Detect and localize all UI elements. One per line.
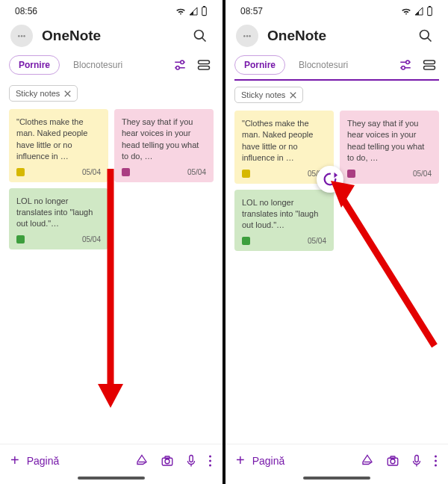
pen-icon[interactable] [361, 454, 374, 468]
mic-icon[interactable] [411, 454, 422, 468]
note-type-icon [16, 235, 25, 243]
note-type-icon [16, 168, 25, 176]
tab-blocnotesuri[interactable]: Blocnotesuri [290, 56, 357, 74]
svg-rect-22 [429, 6, 431, 7]
view-icon[interactable] [197, 59, 211, 71]
annotation-arrow-diag [326, 178, 438, 350]
filter-icon[interactable] [399, 59, 412, 71]
filter-chip-sticky-notes[interactable]: Sticky notes [9, 85, 78, 102]
note-date: 05/04 [308, 236, 326, 246]
note-text: "Clothes make the man. Naked people have… [242, 118, 326, 164]
svg-point-41 [435, 459, 437, 462]
status-time: 08:56 [15, 6, 37, 16]
svg-point-42 [435, 464, 437, 466]
filter-icon[interactable] [173, 59, 187, 71]
status-icons [175, 6, 208, 16]
status-time: 08:57 [240, 6, 263, 16]
nav-handle[interactable] [303, 477, 370, 480]
battery-icon [201, 6, 208, 16]
svg-rect-21 [428, 7, 432, 15]
sticky-note[interactable]: LOL no longer translates into "laugh out… [9, 188, 108, 249]
sticky-note[interactable]: They say that if you hear voices in your… [114, 109, 214, 182]
svg-point-6 [181, 60, 184, 64]
add-page-button[interactable]: + [236, 452, 245, 469]
tabs-row: Pornire Blocnotesuri [225, 54, 448, 79]
svg-rect-39 [415, 455, 419, 462]
bottom-bar: + Pagină [0, 444, 223, 477]
svg-point-23 [420, 31, 429, 40]
tab-pornire[interactable]: Pornire [9, 55, 60, 75]
tab-blocnotesuri[interactable]: Blocnotesuri [64, 56, 131, 74]
svg-rect-30 [424, 66, 435, 70]
svg-marker-35 [331, 181, 355, 208]
svg-rect-0 [202, 7, 207, 15]
sticky-note[interactable]: "Clothes make the man. Naked people have… [9, 109, 108, 182]
note-text: They say that if you hear voices in your… [347, 118, 432, 164]
pen-icon[interactable] [135, 454, 149, 468]
app-header: ●●● OneNote [225, 21, 448, 54]
search-button[interactable] [414, 24, 438, 48]
note-text: They say that if you hear voices in your… [122, 117, 206, 163]
note-date: 05/04 [187, 167, 206, 178]
nav-handle[interactable] [78, 477, 145, 480]
camera-icon[interactable] [386, 454, 399, 468]
bottom-bar: + Pagină [225, 444, 448, 477]
close-icon[interactable] [290, 92, 296, 99]
view-icon[interactable] [423, 59, 436, 71]
svg-rect-1 [203, 6, 205, 7]
close-icon[interactable] [64, 90, 71, 97]
svg-point-18 [209, 455, 211, 457]
search-icon [193, 28, 208, 43]
app-header: ●●● OneNote [0, 21, 223, 54]
filter-chip-sticky-notes[interactable]: Sticky notes [234, 87, 303, 103]
tabs-row: Pornire Blocnotesuri [0, 54, 223, 79]
svg-point-19 [209, 459, 211, 462]
app-title: OneNote [267, 28, 405, 44]
add-page-label[interactable]: Pagină [252, 455, 353, 467]
svg-rect-29 [424, 60, 435, 64]
left-pane: 08:56 ●●● OneNote Pornire Blocnotesuri [0, 0, 223, 484]
chip-label: Sticky notes [16, 89, 60, 98]
svg-line-3 [202, 38, 206, 42]
tab-pornire[interactable]: Pornire [234, 55, 285, 75]
note-text: "Clothes make the man. Naked people have… [16, 117, 101, 163]
content-area: Sticky notes "Clothes make the man. Nake… [225, 81, 448, 444]
svg-rect-9 [199, 66, 210, 70]
wifi-icon [175, 7, 186, 16]
status-bar: 08:56 [0, 0, 223, 21]
add-page-button[interactable]: + [10, 452, 19, 469]
signal-icon [189, 7, 198, 16]
right-pane: 08:57 ●●● OneNote Pornire Blocnotesuri [225, 0, 448, 484]
svg-point-20 [209, 464, 211, 466]
svg-rect-38 [391, 456, 395, 459]
more-icon[interactable] [208, 454, 212, 468]
status-bar: 08:57 [225, 0, 448, 21]
svg-marker-13 [98, 384, 123, 408]
note-type-icon [242, 170, 250, 178]
chip-label: Sticky notes [241, 90, 285, 99]
note-text: LOL no longer translates into "laugh out… [16, 196, 101, 230]
mic-icon[interactable] [186, 454, 196, 468]
sticky-note[interactable]: They say that if you hear voices in your… [340, 111, 439, 184]
camera-icon[interactable] [161, 454, 174, 468]
avatar[interactable]: ●●● [236, 25, 258, 47]
svg-line-34 [341, 196, 435, 346]
svg-point-15 [165, 459, 169, 463]
avatar[interactable]: ●●● [10, 25, 33, 47]
search-button[interactable] [188, 24, 212, 48]
status-icons [401, 6, 433, 16]
add-page-label[interactable]: Pagină [27, 455, 128, 467]
app-title: OneNote [42, 28, 179, 44]
svg-rect-16 [165, 456, 169, 459]
svg-point-27 [406, 60, 410, 64]
svg-point-28 [402, 66, 405, 70]
sticky-note[interactable]: LOL no longer translates into "laugh out… [234, 190, 334, 251]
svg-point-2 [195, 31, 204, 40]
svg-line-24 [428, 38, 432, 42]
svg-point-7 [176, 66, 180, 70]
svg-point-40 [435, 455, 437, 457]
note-type-icon [242, 237, 250, 245]
svg-point-37 [391, 459, 395, 463]
content-area: Sticky notes "Clothes make the man. Nake… [0, 79, 223, 444]
more-icon[interactable] [434, 454, 438, 468]
